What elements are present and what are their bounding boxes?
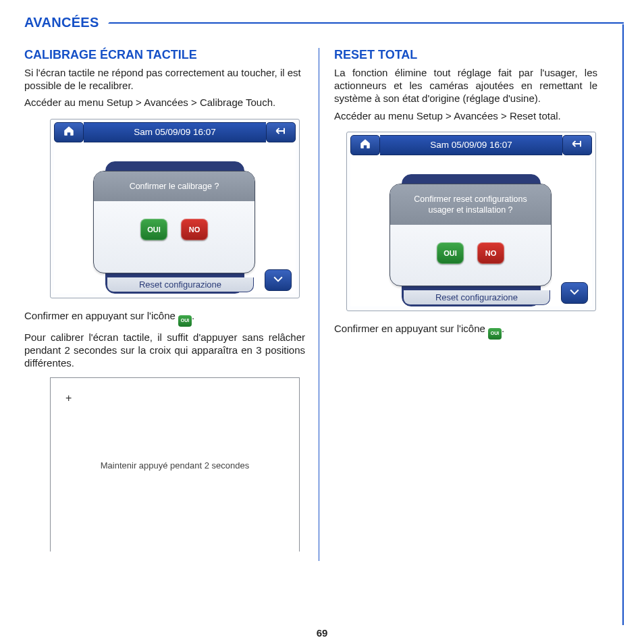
right-device-figure: Sam 05/09/09 16:07 Confirmer reset confi…: [346, 132, 597, 311]
back-button[interactable]: [266, 122, 296, 142]
right-para-1: La fonction élimine tout réglage fait pa…: [334, 66, 597, 105]
datetime-strip: Sam 05/09/09 16:07: [84, 122, 266, 142]
chevron-down-icon: [271, 272, 285, 288]
scroll-down-button[interactable]: [561, 282, 588, 304]
section-title: AVANCÉES: [24, 15, 99, 30]
device-topbar: Sam 05/09/09 16:07: [54, 122, 296, 142]
confirm-suffix: .: [192, 310, 194, 321]
bottom-label-strip: Reset configurazione: [107, 277, 254, 292]
back-arrow-icon: [570, 137, 584, 153]
decorative-slash: [108, 22, 135, 24]
dialog-line-1: Confirmer reset configurations: [414, 194, 527, 204]
chevron-down-icon: [568, 285, 581, 301]
oui-button[interactable]: OUI: [437, 242, 464, 264]
right-confirm-line: Confirmer en appuyant sur l'icône OUI.: [334, 322, 597, 340]
device-frame: Sam 05/09/09 16:07 Confirmer reset confi…: [346, 132, 596, 311]
dialog-line-2: usager et installation ?: [428, 205, 512, 215]
calibration-hold-message: Maintenir appuyé pendant 2 secondes: [51, 460, 299, 471]
calibration-cross[interactable]: +: [65, 393, 72, 404]
right-para-2: Accéder au menu Setup > Avancées > Reset…: [334, 109, 597, 122]
no-button[interactable]: NO: [181, 219, 208, 240]
decorative-rule: [130, 22, 624, 24]
left-device-figure: Sam 05/09/09 16:07 Confirmer le calibrag…: [50, 119, 305, 298]
bottom-label-strip: Reset configurazione: [403, 290, 550, 305]
back-button[interactable]: [562, 135, 592, 155]
column-divider: [319, 48, 319, 561]
left-confirm-line: Confirmer en appuyant sur l'icône OUI.: [24, 309, 305, 327]
scroll-down-button[interactable]: [265, 269, 292, 291]
oui-button[interactable]: OUI: [140, 219, 167, 240]
device-topbar: Sam 05/09/09 16:07: [350, 135, 592, 155]
inline-oui-icon: OUI: [488, 328, 502, 340]
device-screen: Confirmer reset configurations usager et…: [350, 157, 592, 306]
right-heading: RESET TOTAL: [334, 48, 597, 62]
no-button[interactable]: NO: [477, 242, 504, 264]
home-button[interactable]: [350, 135, 380, 155]
two-column-layout: CALIBRAGE ÉCRAN TACTILE Si l'écran tacti…: [24, 48, 624, 561]
home-icon: [63, 125, 75, 140]
calibration-figure: + Maintenir appuyé pendant 2 secondes: [50, 377, 300, 552]
home-button[interactable]: [54, 122, 84, 142]
home-icon: [359, 138, 371, 153]
left-para-2: Accéder au menu Setup > Avancées > Calib…: [24, 96, 305, 109]
left-para-3: Pour calibrer l'écran tactile, il suffit…: [24, 331, 305, 370]
confirm-dialog: Confirmer reset configurations usager et…: [390, 184, 552, 286]
confirm-prefix: Confirmer en appuyant sur l'icône: [334, 323, 488, 334]
inline-oui-icon: OUI: [178, 315, 192, 327]
left-para-1: Si l'écran tactile ne répond pas correct…: [24, 66, 305, 92]
left-column: CALIBRAGE ÉCRAN TACTILE Si l'écran tacti…: [24, 48, 316, 561]
back-arrow-icon: [274, 124, 288, 140]
dialog-message: Confirmer reset configurations usager et…: [390, 184, 551, 225]
datetime-strip: Sam 05/09/09 16:07: [380, 135, 562, 155]
section-header: AVANCÉES: [24, 15, 624, 30]
device-screen: Confirmer le calibrage ? OUI NO Reset co…: [54, 144, 296, 294]
dialog-button-row: OUI NO: [437, 242, 504, 264]
confirm-suffix: .: [502, 323, 504, 334]
left-heading: CALIBRAGE ÉCRAN TACTILE: [24, 48, 305, 62]
dialog-message: Confirmer le calibrage ?: [94, 171, 254, 201]
right-column: RESET TOTAL La fonction élimine tout rég…: [322, 48, 614, 561]
confirm-dialog: Confirmer le calibrage ? OUI NO: [93, 171, 255, 273]
page-number: 69: [0, 627, 644, 639]
device-frame: Sam 05/09/09 16:07 Confirmer le calibrag…: [50, 119, 300, 298]
dialog-button-row: OUI NO: [140, 219, 208, 240]
confirm-prefix: Confirmer en appuyant sur l'icône: [24, 310, 178, 321]
right-border: [622, 24, 624, 625]
